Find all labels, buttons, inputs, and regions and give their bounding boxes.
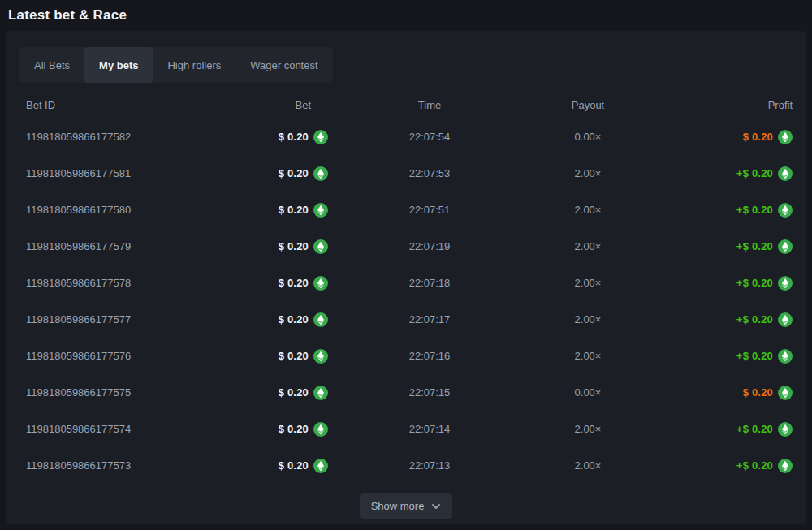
bet-time: 22:07:15: [328, 386, 531, 399]
column-header-bet-id: Bet ID: [19, 99, 206, 111]
table-row[interactable]: 119818059866177577 $ 0.20 22:07:17 2.00×…: [19, 301, 793, 338]
green-eth-coin-icon: [778, 312, 793, 327]
green-eth-coin-icon: [313, 166, 328, 181]
bet-amount: $ 0.20: [279, 131, 309, 143]
table-row[interactable]: 119818059866177578 $ 0.20 22:07:18 2.00×…: [19, 265, 793, 301]
green-eth-coin-icon: [778, 349, 793, 364]
bet-amount: $ 0.20: [279, 167, 309, 179]
bet-payout: 2.00×: [531, 313, 645, 325]
bet-profit-cell: +$ 0.20: [645, 239, 793, 254]
bet-time: 22:07:16: [328, 350, 531, 362]
bet-id: 119818059866177575: [19, 386, 206, 399]
bet-payout: 2.00×: [531, 167, 645, 179]
green-eth-coin-icon: [313, 349, 328, 364]
bet-profit-cell: +$ 0.20: [645, 349, 793, 364]
bet-profit-cell: +$ 0.20: [645, 203, 793, 218]
green-eth-coin-icon: [778, 459, 793, 473]
bet-profit: $ 0.20: [743, 386, 773, 399]
bet-profit-cell: +$ 0.20: [645, 276, 793, 291]
bet-payout: 0.00×: [531, 131, 645, 143]
table-row[interactable]: 119818059866177579 $ 0.20 22:07:19 2.00×…: [19, 228, 793, 265]
bet-amount: $ 0.20: [279, 204, 309, 216]
show-more-button[interactable]: Show more: [360, 493, 453, 519]
table-row[interactable]: 119818059866177581 $ 0.20 22:07:53 2.00×…: [19, 155, 793, 192]
bet-profit-cell: $ 0.20: [645, 386, 793, 400]
bet-profit-cell: +$ 0.20: [645, 459, 793, 473]
bet-id: 119818059866177581: [19, 167, 206, 179]
bet-id: 119818059866177573: [19, 459, 206, 472]
bet-profit: +$ 0.20: [736, 350, 773, 362]
bet-payout: 2.00×: [531, 423, 645, 435]
bet-id: 119818059866177577: [19, 313, 206, 325]
bet-profit: +$ 0.20: [736, 240, 773, 252]
bet-payout: 2.00×: [531, 277, 645, 289]
green-eth-coin-icon: [313, 203, 328, 218]
bet-id: 119818059866177582: [19, 131, 206, 143]
tab-high-rollers[interactable]: High rollers: [153, 47, 235, 83]
tab-all-bets[interactable]: All Bets: [19, 47, 84, 83]
bet-amount-cell: $ 0.20: [206, 166, 328, 181]
bet-profit: +$ 0.20: [736, 423, 773, 435]
bet-profit-cell: +$ 0.20: [645, 312, 793, 327]
bet-amount: $ 0.20: [279, 277, 309, 289]
table-row[interactable]: 119818059866177575 $ 0.20 22:07:15 0.00×…: [19, 374, 793, 411]
green-eth-coin-icon: [313, 130, 328, 144]
column-header-bet: Bet: [206, 99, 328, 111]
bets-tab-strip: All Bets My bets High rollers Wager cont…: [19, 47, 333, 83]
green-eth-coin-icon: [778, 276, 793, 291]
tab-wager-contest[interactable]: Wager contest: [235, 47, 332, 83]
show-more-wrap: Show more: [19, 493, 793, 519]
tab-my-bets[interactable]: My bets: [84, 47, 153, 83]
table-row[interactable]: 119818059866177574 $ 0.20 22:07:14 2.00×…: [19, 411, 793, 447]
bet-time: 22:07:53: [328, 167, 531, 179]
green-eth-coin-icon: [778, 422, 793, 437]
green-eth-coin-icon: [313, 312, 328, 327]
green-eth-coin-icon: [313, 422, 328, 437]
bet-amount: $ 0.20: [279, 240, 309, 252]
table-header-row: Bet ID Bet Time Payout Profit: [19, 91, 793, 118]
bet-profit: +$ 0.20: [736, 277, 773, 289]
green-eth-coin-icon: [313, 459, 328, 473]
bet-profit: +$ 0.20: [736, 204, 773, 216]
top-bar: Latest bet & Race: [0, 0, 812, 31]
table-row[interactable]: 119818059866177580 $ 0.20 22:07:51 2.00×…: [19, 192, 793, 228]
green-eth-coin-icon: [313, 239, 328, 254]
green-eth-coin-icon: [313, 386, 328, 400]
bet-time: 22:07:51: [328, 204, 531, 216]
green-eth-coin-icon: [778, 130, 793, 144]
page-title: Latest bet & Race: [8, 7, 127, 24]
green-eth-coin-icon: [778, 239, 793, 254]
bet-amount-cell: $ 0.20: [206, 349, 328, 364]
bet-amount-cell: $ 0.20: [206, 276, 328, 291]
table-row[interactable]: 119818059866177573 $ 0.20 22:07:13 2.00×…: [19, 447, 793, 484]
table-row[interactable]: 119818059866177576 $ 0.20 22:07:16 2.00×…: [19, 338, 793, 374]
bet-profit: $ 0.20: [743, 131, 773, 143]
bet-payout: 2.00×: [531, 240, 645, 252]
bet-time: 22:07:14: [328, 423, 531, 435]
bet-amount-cell: $ 0.20: [206, 203, 328, 218]
bet-amount-cell: $ 0.20: [206, 422, 328, 437]
table-body: 119818059866177582 $ 0.20 22:07:54 0.00×…: [19, 118, 793, 484]
bet-id: 119818059866177580: [19, 204, 206, 216]
column-header-time: Time: [328, 99, 531, 111]
bet-payout: 2.00×: [531, 350, 645, 362]
bet-amount: $ 0.20: [279, 313, 309, 325]
green-eth-coin-icon: [778, 203, 793, 218]
bet-time: 22:07:54: [328, 131, 531, 143]
table-row[interactable]: 119818059866177582 $ 0.20 22:07:54 0.00×…: [19, 118, 793, 155]
bet-time: 22:07:18: [328, 277, 531, 289]
bet-profit: +$ 0.20: [736, 459, 773, 472]
latest-bets-panel: All Bets My bets High rollers Wager cont…: [6, 31, 806, 524]
green-eth-coin-icon: [313, 276, 328, 291]
bet-profit: +$ 0.20: [736, 167, 773, 179]
bet-amount-cell: $ 0.20: [206, 239, 328, 254]
bet-payout: 2.00×: [531, 459, 645, 472]
bet-amount-cell: $ 0.20: [206, 312, 328, 327]
bet-amount: $ 0.20: [279, 386, 309, 399]
bet-payout: 0.00×: [531, 386, 645, 399]
bet-id: 119818059866177579: [19, 240, 206, 252]
bet-payout: 2.00×: [531, 204, 645, 216]
bet-amount: $ 0.20: [279, 350, 309, 362]
bet-profit-cell: +$ 0.20: [645, 422, 793, 437]
bet-amount-cell: $ 0.20: [206, 459, 328, 473]
